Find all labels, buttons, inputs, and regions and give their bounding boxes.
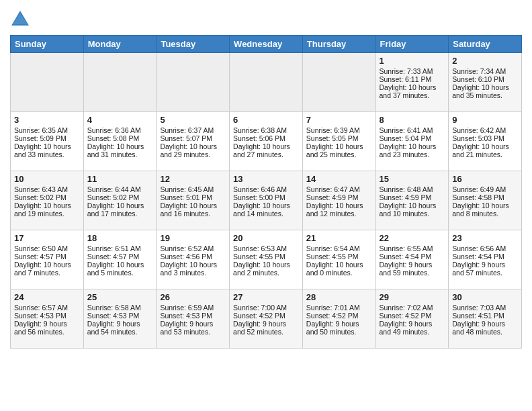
- calendar-cell: [230, 53, 303, 112]
- daylight-text: Daylight: 10 hours and 19 minutes.: [14, 201, 80, 218]
- sunrise-text: Sunrise: 6:44 AM: [87, 185, 153, 193]
- day-number: 7: [306, 115, 372, 125]
- day-number: 17: [14, 233, 80, 243]
- calendar-cell: 14Sunrise: 6:47 AMSunset: 4:59 PMDayligh…: [302, 171, 375, 230]
- calendar-cell: 13Sunrise: 6:46 AMSunset: 5:00 PMDayligh…: [230, 171, 303, 230]
- calendar-cell: 4Sunrise: 6:36 AMSunset: 5:08 PMDaylight…: [83, 112, 157, 171]
- calendar-cell: 26Sunrise: 6:59 AMSunset: 4:53 PMDayligh…: [157, 289, 230, 349]
- calendar-table: SundayMondayTuesdayWednesdayThursdayFrid…: [10, 35, 522, 349]
- sunrise-text: Sunrise: 6:56 AM: [452, 244, 518, 253]
- sunrise-text: Sunrise: 6:50 AM: [14, 244, 80, 253]
- daylight-text: Daylight: 10 hours and 7 minutes.: [14, 261, 80, 277]
- daylight-text: Daylight: 10 hours and 5 minutes.: [87, 261, 153, 277]
- daylight-text: Daylight: 9 hours and 50 minutes.: [306, 320, 372, 336]
- sunset-text: Sunset: 4:52 PM: [233, 312, 299, 320]
- calendar-cell: 11Sunrise: 6:44 AMSunset: 5:02 PMDayligh…: [83, 171, 157, 230]
- calendar-cell: 15Sunrise: 6:48 AMSunset: 4:59 PMDayligh…: [375, 171, 449, 230]
- day-number: 25: [87, 292, 153, 302]
- sunset-text: Sunset: 4:54 PM: [452, 253, 518, 261]
- sunrise-text: Sunrise: 6:57 AM: [14, 304, 80, 312]
- weekday-header-row: SundayMondayTuesdayWednesdayThursdayFrid…: [11, 36, 522, 53]
- sunset-text: Sunset: 5:07 PM: [160, 134, 226, 142]
- calendar-cell: 7Sunrise: 6:39 AMSunset: 5:05 PMDaylight…: [302, 112, 375, 171]
- day-number: 1: [380, 56, 445, 66]
- sunset-text: Sunset: 4:55 PM: [306, 253, 372, 261]
- calendar-cell: 28Sunrise: 7:01 AMSunset: 4:52 PMDayligh…: [302, 289, 375, 349]
- daylight-text: Daylight: 9 hours and 57 minutes.: [452, 261, 518, 277]
- calendar-cell: 3Sunrise: 6:35 AMSunset: 5:09 PMDaylight…: [11, 112, 84, 171]
- sunrise-text: Sunrise: 6:41 AM: [380, 126, 445, 134]
- sunrise-text: Sunrise: 6:49 AM: [452, 185, 518, 193]
- sunset-text: Sunset: 4:52 PM: [306, 312, 372, 320]
- day-number: 30: [452, 292, 518, 302]
- day-number: 21: [306, 233, 372, 243]
- daylight-text: Daylight: 10 hours and 2 minutes.: [233, 261, 299, 277]
- weekday-header-saturday: Saturday: [449, 36, 522, 53]
- calendar-cell: 2Sunrise: 7:34 AMSunset: 6:10 PMDaylight…: [449, 53, 522, 112]
- sunset-text: Sunset: 4:53 PM: [87, 312, 153, 320]
- sunrise-text: Sunrise: 6:37 AM: [160, 126, 226, 134]
- day-number: 2: [452, 56, 518, 66]
- sunrise-text: Sunrise: 6:45 AM: [160, 185, 226, 193]
- daylight-text: Daylight: 10 hours and 8 minutes.: [452, 201, 518, 218]
- sunrise-text: Sunrise: 6:43 AM: [14, 185, 80, 193]
- calendar-cell: 1Sunrise: 7:33 AMSunset: 6:11 PMDaylight…: [375, 53, 449, 112]
- calendar-cell: 17Sunrise: 6:50 AMSunset: 4:57 PMDayligh…: [11, 230, 84, 289]
- calendar-cell: 30Sunrise: 7:03 AMSunset: 4:51 PMDayligh…: [449, 289, 522, 349]
- daylight-text: Daylight: 10 hours and 14 minutes.: [233, 201, 299, 218]
- daylight-text: Daylight: 10 hours and 27 minutes.: [233, 142, 299, 158]
- sunrise-text: Sunrise: 6:47 AM: [306, 185, 372, 193]
- daylight-text: Daylight: 9 hours and 52 minutes.: [233, 320, 299, 336]
- sunrise-text: Sunrise: 6:54 AM: [306, 244, 372, 253]
- daylight-text: Daylight: 9 hours and 49 minutes.: [380, 320, 445, 336]
- daylight-text: Daylight: 10 hours and 10 minutes.: [380, 201, 445, 218]
- daylight-text: Daylight: 10 hours and 35 minutes.: [452, 83, 518, 99]
- calendar-cell: 9Sunrise: 6:42 AMSunset: 5:03 PMDaylight…: [449, 112, 522, 171]
- sunrise-text: Sunrise: 6:48 AM: [380, 185, 445, 193]
- calendar-cell: [11, 53, 84, 112]
- header-area: [10, 7, 522, 30]
- day-number: 23: [452, 233, 518, 243]
- calendar-week-row: 24Sunrise: 6:57 AMSunset: 4:53 PMDayligh…: [11, 289, 522, 349]
- sunrise-text: Sunrise: 7:00 AM: [233, 304, 299, 312]
- day-number: 28: [306, 292, 372, 302]
- sunset-text: Sunset: 4:56 PM: [160, 253, 226, 261]
- calendar-cell: 22Sunrise: 6:55 AMSunset: 4:54 PMDayligh…: [375, 230, 449, 289]
- day-number: 16: [452, 174, 518, 184]
- day-number: 24: [14, 292, 80, 302]
- svg-marker-1: [13, 13, 28, 24]
- sunrise-text: Sunrise: 6:35 AM: [14, 126, 80, 134]
- sunset-text: Sunset: 5:05 PM: [306, 134, 372, 142]
- daylight-text: Daylight: 9 hours and 56 minutes.: [14, 320, 80, 336]
- sunset-text: Sunset: 4:53 PM: [160, 312, 226, 320]
- weekday-header-tuesday: Tuesday: [157, 36, 230, 53]
- daylight-text: Daylight: 10 hours and 12 minutes.: [306, 201, 372, 218]
- sunrise-text: Sunrise: 6:42 AM: [452, 126, 518, 134]
- daylight-text: Daylight: 9 hours and 53 minutes.: [160, 320, 226, 336]
- weekday-header-thursday: Thursday: [302, 36, 375, 53]
- daylight-text: Daylight: 10 hours and 3 minutes.: [160, 261, 226, 277]
- sunset-text: Sunset: 5:06 PM: [233, 134, 299, 142]
- calendar-cell: 19Sunrise: 6:52 AMSunset: 4:56 PMDayligh…: [157, 230, 230, 289]
- day-number: 14: [306, 174, 372, 184]
- calendar-week-row: 10Sunrise: 6:43 AMSunset: 5:02 PMDayligh…: [11, 171, 522, 230]
- sunset-text: Sunset: 4:51 PM: [452, 312, 518, 320]
- weekday-header-sunday: Sunday: [11, 36, 84, 53]
- sunset-text: Sunset: 4:58 PM: [452, 193, 518, 201]
- sunrise-text: Sunrise: 7:03 AM: [452, 304, 518, 312]
- calendar-cell: 27Sunrise: 7:00 AMSunset: 4:52 PMDayligh…: [230, 289, 303, 349]
- day-number: 3: [14, 115, 80, 125]
- sunset-text: Sunset: 4:59 PM: [306, 193, 372, 201]
- sunset-text: Sunset: 4:52 PM: [380, 312, 445, 320]
- weekday-header-monday: Monday: [83, 36, 157, 53]
- sunrise-text: Sunrise: 6:52 AM: [160, 244, 226, 253]
- day-number: 29: [380, 292, 445, 302]
- sunset-text: Sunset: 4:53 PM: [14, 312, 80, 320]
- sunrise-text: Sunrise: 7:33 AM: [380, 67, 445, 75]
- sunrise-text: Sunrise: 6:38 AM: [233, 126, 299, 134]
- sunrise-text: Sunrise: 6:51 AM: [87, 244, 153, 253]
- sunrise-text: Sunrise: 6:58 AM: [87, 304, 153, 312]
- calendar-cell: [83, 53, 157, 112]
- sunrise-text: Sunrise: 6:46 AM: [233, 185, 299, 193]
- sunrise-text: Sunrise: 6:59 AM: [160, 304, 226, 312]
